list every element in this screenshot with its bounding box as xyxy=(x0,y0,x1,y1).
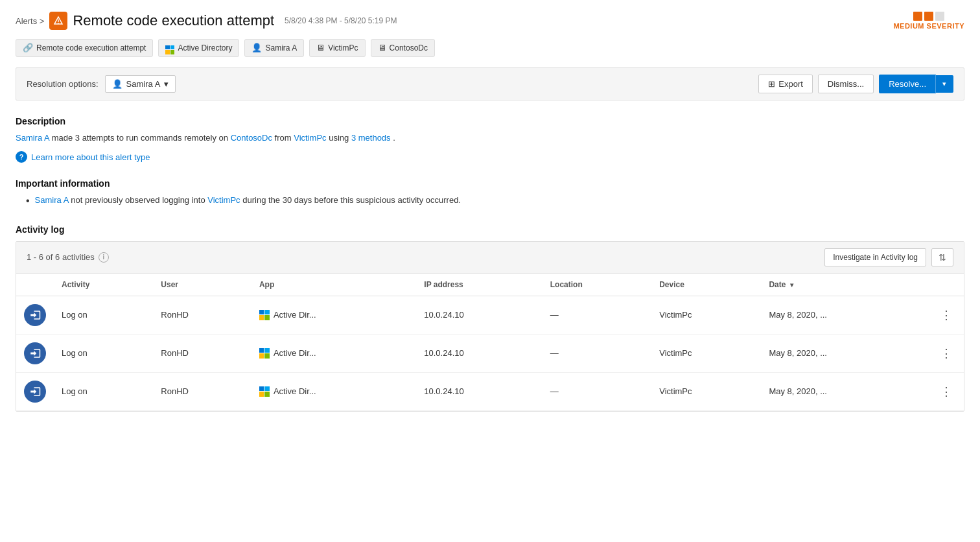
activity-actions: Investigate in Activity log ⇅ xyxy=(824,248,953,266)
row1-user: RonHD xyxy=(153,296,251,334)
desc-text-3: using xyxy=(329,133,351,143)
desc-text-2: from xyxy=(275,133,294,143)
severity-label: MEDIUM SEVERITY xyxy=(893,22,964,30)
tag-samira[interactable]: 👤 Samira A xyxy=(244,39,304,57)
resolve-chevron-icon: ▾ xyxy=(942,80,946,88)
row3-date: May 8, 2020, ... xyxy=(761,372,929,410)
date-sort-arrow: ▾ xyxy=(790,281,793,289)
header-row: Alerts > Remote code execution attempt 5… xyxy=(16,12,964,30)
severity-square-2 xyxy=(924,12,933,21)
resolve-button-group: Resolve... ▾ xyxy=(879,75,953,93)
activity-count: 1 - 6 of 6 activities i xyxy=(27,252,109,263)
dismiss-button[interactable]: Dismiss... xyxy=(818,75,874,93)
th-user: User xyxy=(153,274,251,296)
row1-icon-cell xyxy=(16,296,54,334)
row3-activity: Log on xyxy=(54,372,153,410)
row2-user: RonHD xyxy=(153,334,251,372)
table-header-row: Activity User App IP address Location xyxy=(16,274,964,296)
row1-ip: 10.0.24.10 xyxy=(416,296,542,334)
row1-app-cell: Active Dir... xyxy=(259,310,408,320)
tag-remote-code-label: Remote code execution attempt xyxy=(36,43,146,53)
activity-log-title: Activity log xyxy=(16,224,964,235)
tag-remote-code[interactable]: 🔗 Remote code execution attempt xyxy=(16,39,153,57)
resolution-user-dropdown[interactable]: 👤 Samira A ▾ xyxy=(105,75,176,93)
export-icon: ⊞ xyxy=(768,79,775,89)
contosodc-link-desc[interactable]: ContosoDc xyxy=(231,133,272,143)
row3-icon-cell xyxy=(16,372,54,410)
methods-link-desc[interactable]: 3 methods xyxy=(351,133,391,143)
description-text: Samira A made 3 attempts to run commands… xyxy=(16,132,964,145)
row2-date: May 8, 2020, ... xyxy=(761,334,929,372)
resolution-right: ⊞ Export Dismiss... Resolve... ▾ xyxy=(758,75,953,93)
page-wrapper: Alerts > Remote code execution attempt 5… xyxy=(0,0,980,439)
alert-time-range: 5/8/20 4:38 PM - 5/8/20 5:19 PM xyxy=(285,16,397,25)
resolve-label: Resolve... xyxy=(889,79,926,89)
export-button[interactable]: ⊞ Export xyxy=(758,75,813,93)
row3-app-cell: Active Dir... xyxy=(259,386,408,397)
victimpc-link-important[interactable]: VictimPc xyxy=(207,195,240,205)
row1-more[interactable]: ⋮ xyxy=(929,296,964,334)
learn-more-row: ? Learn more about this alert type xyxy=(16,151,964,163)
investigate-activity-log-button[interactable]: Investigate in Activity log xyxy=(824,248,926,266)
th-activity: Activity xyxy=(54,274,153,296)
remote-code-icon: 🔗 xyxy=(23,43,33,53)
samira-link-desc[interactable]: Samira A xyxy=(16,133,49,143)
row1-app-label: Active Dir... xyxy=(274,310,316,320)
row1-app: Active Dir... xyxy=(251,296,416,334)
activity-table-wrapper: 1 - 6 of 6 activities i Investigate in A… xyxy=(16,241,964,412)
activity-count-text: 1 - 6 of 6 activities xyxy=(27,252,95,262)
tag-active-directory[interactable]: Active Directory xyxy=(158,39,239,57)
row3-more[interactable]: ⋮ xyxy=(929,372,964,410)
row1-more-button[interactable]: ⋮ xyxy=(937,307,956,324)
desc-text-4: . xyxy=(393,133,395,143)
th-date[interactable]: Date ▾ xyxy=(761,274,929,296)
samira-user-icon: 👤 xyxy=(251,43,262,53)
tag-victimpc[interactable]: 🖥 VictimPc xyxy=(309,39,365,57)
table-row: Log on RonHD Active Dir... xyxy=(16,372,964,410)
logon-icon-3 xyxy=(24,381,46,403)
row2-icon-cell xyxy=(16,334,54,372)
tag-contosodc-label: ContosoDc xyxy=(390,43,428,53)
alert-type-icon xyxy=(49,12,67,30)
tag-contosodc[interactable]: 🖥 ContosoDc xyxy=(371,39,435,57)
th-location: Location xyxy=(542,274,651,296)
breadcrumb: Alerts > xyxy=(16,16,44,26)
description-title: Description xyxy=(16,116,964,126)
important-info-section: Important information • Samira A not pre… xyxy=(16,178,964,208)
row1-location: — xyxy=(542,296,651,334)
bullet-dot: • xyxy=(26,194,30,208)
resolution-label: Resolution options: xyxy=(27,79,99,89)
victimpc-link-desc[interactable]: VictimPc xyxy=(294,133,326,143)
activity-count-info-icon: i xyxy=(99,252,109,263)
dismiss-label: Dismiss... xyxy=(828,79,864,89)
severity-square-1 xyxy=(913,12,922,21)
samira-link-important[interactable]: Samira A xyxy=(35,195,69,205)
activity-table-header-bar: 1 - 6 of 6 activities i Investigate in A… xyxy=(16,242,964,274)
severity-badge: MEDIUM SEVERITY xyxy=(893,12,964,30)
svg-rect-1 xyxy=(58,19,59,22)
user-dropdown-icon: 👤 xyxy=(112,79,122,89)
row1-app-icon xyxy=(259,310,270,320)
columns-button[interactable]: ⇅ xyxy=(931,248,953,266)
columns-icon: ⇅ xyxy=(939,252,946,263)
important-info-item-1: • Samira A not previously observed loggi… xyxy=(26,194,964,208)
tag-victimpc-label: VictimPc xyxy=(328,43,358,53)
row2-ip: 10.0.24.10 xyxy=(416,334,542,372)
row3-app-label: Active Dir... xyxy=(274,386,316,396)
learn-more-link[interactable]: Learn more about this alert type xyxy=(31,152,150,162)
row1-date: May 8, 2020, ... xyxy=(761,296,929,334)
th-app: App xyxy=(251,274,416,296)
resolve-button[interactable]: Resolve... xyxy=(879,75,936,93)
th-icon xyxy=(16,274,54,296)
row1-device: VictimPc xyxy=(651,296,761,334)
tags-row: 🔗 Remote code execution attempt Active D… xyxy=(16,39,964,57)
row2-app-label: Active Dir... xyxy=(274,348,316,358)
row2-more[interactable]: ⋮ xyxy=(929,334,964,372)
important-text-2: during the 30 days before this suspiciou… xyxy=(242,195,461,205)
row3-ip: 10.0.24.10 xyxy=(416,372,542,410)
svg-rect-2 xyxy=(58,23,59,23)
row2-more-button[interactable]: ⋮ xyxy=(937,345,956,362)
resolve-dropdown-arrow[interactable]: ▾ xyxy=(936,75,953,93)
row2-app-icon xyxy=(259,348,270,359)
row3-more-button[interactable]: ⋮ xyxy=(937,383,956,400)
